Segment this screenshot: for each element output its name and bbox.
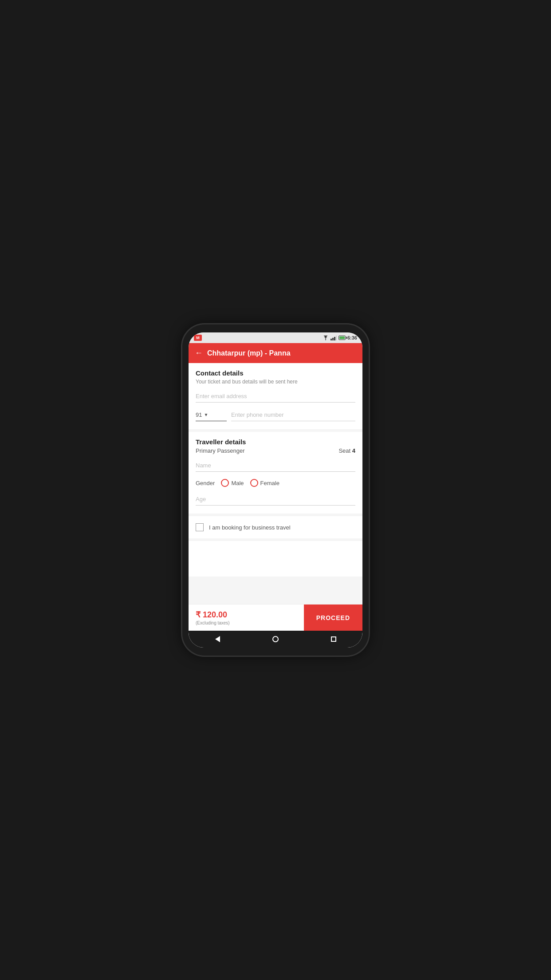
traveller-details-title: Traveller details (196, 438, 355, 446)
gender-row: Gender Male Female (196, 479, 355, 487)
country-code-dropdown-icon: ▼ (204, 412, 208, 417)
traveller-details-section: Traveller details Primary Passenger Seat… (189, 432, 362, 514)
nav-bar (189, 631, 362, 648)
battery-icon (338, 336, 346, 340)
price-display: ₹ 120.00 (196, 610, 297, 620)
home-nav-button[interactable] (269, 632, 282, 646)
country-code-value: 91 (196, 411, 202, 418)
passenger-name-input[interactable] (196, 460, 355, 472)
signal-icon (331, 336, 337, 340)
phone-screen: M 6:36 (189, 332, 362, 648)
male-radio-circle (221, 479, 229, 487)
email-input[interactable] (196, 391, 355, 403)
phone-row: 91 ▼ (196, 410, 355, 421)
female-label: Female (260, 480, 279, 486)
content-spacer (189, 541, 362, 577)
svg-rect-1 (331, 339, 332, 340)
status-left: M (194, 335, 202, 341)
status-right: 6:36 (323, 335, 357, 340)
gender-label: Gender (196, 480, 215, 486)
recents-nav-icon (331, 636, 336, 642)
price-section: ₹ 120.00 (Excluding taxes) (189, 605, 304, 631)
country-code-selector[interactable]: 91 ▼ (196, 411, 227, 421)
passenger-label: Primary Passenger (196, 447, 245, 454)
back-button[interactable]: ← (195, 348, 203, 358)
currency-symbol: ₹ (196, 610, 201, 619)
app-bar: ← Chhatarpur (mp) - Panna (189, 343, 362, 363)
male-label: Male (231, 480, 244, 486)
proceed-button[interactable]: PROCEED (304, 605, 362, 631)
phone-input[interactable] (231, 410, 355, 421)
age-input[interactable] (196, 494, 355, 506)
status-time: 6:36 (347, 335, 357, 340)
price-value: 120.00 (203, 610, 227, 619)
back-nav-button[interactable] (211, 632, 224, 646)
business-travel-section: I am booking for business travel (189, 516, 362, 538)
seat-number: 4 (352, 447, 355, 454)
phone-frame: M 6:36 (182, 324, 369, 656)
scroll-content: Contact details Your ticket and bus deta… (189, 363, 362, 604)
bottom-bar: ₹ 120.00 (Excluding taxes) PROCEED (189, 604, 362, 631)
svg-rect-2 (332, 338, 334, 340)
female-radio-circle (250, 479, 258, 487)
status-bar: M 6:36 (189, 332, 362, 343)
price-note: (Excluding taxes) (196, 620, 297, 625)
recents-nav-button[interactable] (327, 632, 340, 646)
contact-details-subtitle: Your ticket and bus details will be sent… (196, 379, 355, 385)
seat-label: Seat (338, 447, 350, 454)
svg-rect-3 (334, 337, 335, 340)
contact-details-section: Contact details Your ticket and bus deta… (189, 363, 362, 429)
wifi-icon (323, 336, 329, 340)
app-bar-title: Chhatarpur (mp) - Panna (207, 349, 291, 357)
gmail-icon: M (194, 335, 202, 341)
contact-details-title: Contact details (196, 369, 355, 377)
business-travel-checkbox[interactable] (196, 523, 204, 531)
male-radio[interactable]: Male (221, 479, 244, 487)
female-radio[interactable]: Female (250, 479, 279, 487)
passenger-row: Primary Passenger Seat 4 (196, 447, 355, 454)
seat-info: Seat 4 (338, 447, 355, 454)
svg-rect-4 (336, 336, 337, 340)
home-nav-icon (272, 636, 279, 642)
business-travel-label: I am booking for business travel (209, 524, 291, 531)
svg-point-0 (325, 339, 326, 340)
back-nav-icon (215, 636, 220, 642)
